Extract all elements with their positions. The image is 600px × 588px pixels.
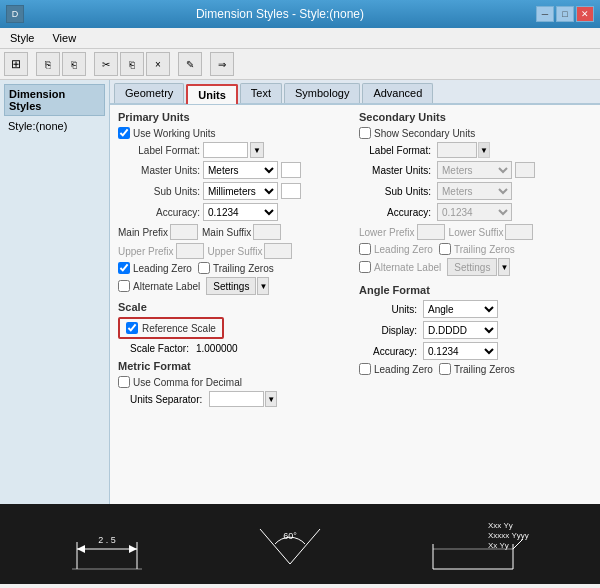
units-separator-dropdown[interactable]: ▼ [265,391,277,407]
tab-geometry[interactable]: Geometry [114,83,184,103]
toolbar-new-btn[interactable]: ⎘ [36,52,60,76]
trailing-zeros-checkbox[interactable] [198,262,210,274]
use-comma-checkbox[interactable] [118,376,130,388]
sec-label-format-dropdown[interactable]: ▼ [478,142,490,158]
master-units-select[interactable]: Meters [203,161,278,179]
show-secondary-row: Show Secondary Units [359,127,592,139]
sec-master-units-row: Master Units: Meters [359,161,592,179]
upper-suffix-input[interactable] [264,243,292,259]
leading-zero-checkbox[interactable] [118,262,130,274]
upper-prefix-label: Upper Prefix [118,246,174,257]
sub-units-label: Sub Units: [130,186,200,197]
svg-text:60°: 60° [283,531,297,541]
angle-display-label: Display: [359,325,417,336]
units-separator-input[interactable]: 1234.56 [209,391,264,407]
sec-leading-zero-checkbox[interactable] [359,243,371,255]
sidebar-heading: Dimension Styles [4,84,105,116]
angle-units-row: Units: Angle [359,300,592,318]
preview-linear: 2 . 5 [67,514,157,574]
use-working-units-label: Use Working Units [133,128,216,139]
main-suffix-label: Main Suffix [202,227,251,238]
preview-angular: 60° [250,514,330,574]
sub-units-select[interactable]: Millimeters [203,182,278,200]
sec-sub-units-label: Sub Units: [359,186,431,197]
reference-scale-box: Reference Scale [118,317,224,339]
sec-master-units-abbr[interactable] [515,162,535,178]
angle-accuracy-select[interactable]: 0.1234 [423,342,498,360]
toolbar-rename-btn[interactable]: ✎ [178,52,202,76]
angle-display-select[interactable]: D.DDDD [423,321,498,339]
use-working-units-checkbox[interactable] [118,127,130,139]
angle-leading-trailing-row: Leading Zero Trailing Zeros [359,363,592,375]
sec-prefix-suffix-row: Lower Prefix Lower Suffix [359,224,592,240]
label-format-input[interactable]: MU [203,142,248,158]
upper-prefix-input[interactable] [176,243,204,259]
sec-alternate-label-label: Alternate Label [374,262,441,273]
sec-sub-units-row: Sub Units: Meters [359,182,592,200]
svg-text:Xx Yy: Xx Yy [488,541,509,550]
sec-alternate-settings-row: Alternate Label Settings ▼ [359,258,592,276]
settings-button[interactable]: Settings [206,277,256,295]
toolbar-copy-btn[interactable]: ⎗ [62,52,86,76]
leading-zero-label: Leading Zero [133,263,192,274]
sec-settings-dropdown[interactable]: ▼ [498,258,510,276]
angle-trailing-zeros-checkbox[interactable] [439,363,451,375]
leading-trailing-row: Leading Zero Trailing Zeros [118,262,351,274]
angle-leading-zero-label: Leading Zero [374,364,433,375]
use-comma-row: Use Comma for Decimal [118,376,351,388]
toolbar-delete-btn[interactable]: × [146,52,170,76]
sec-master-units-select[interactable]: Meters [437,161,512,179]
alternate-label-checkbox[interactable] [118,280,130,292]
settings-dropdown-arrow[interactable]: ▼ [257,277,269,295]
sec-trailing-zeros-group: Trailing Zeros [439,243,515,255]
angle-trailing-zeros-group: Trailing Zeros [439,363,515,375]
tab-text[interactable]: Text [240,83,282,103]
lower-prefix-label: Lower Prefix [359,227,415,238]
svg-text:Xxxxx Yyyy: Xxxxx Yyyy [488,531,529,540]
sec-trailing-zeros-checkbox[interactable] [439,243,451,255]
sec-trailing-zeros-label: Trailing Zeros [454,244,515,255]
scale-factor-value: 1.000000 [196,343,238,354]
sec-label-format-input[interactable]: MU [437,142,477,158]
sec-sub-units-select[interactable]: Meters [437,182,512,200]
toolbar-paste-btn[interactable]: ⎗ [120,52,144,76]
accuracy-select[interactable]: 0.1234 [203,203,278,221]
show-secondary-checkbox[interactable] [359,127,371,139]
menu-style[interactable]: Style [4,30,40,46]
sec-accuracy-select[interactable]: 0.1234 [437,203,512,221]
sec-alternate-label-checkbox[interactable] [359,261,371,273]
use-working-units-row: Use Working Units [118,127,351,139]
main-suffix-input[interactable] [253,224,281,240]
reference-scale-checkbox[interactable] [126,322,138,334]
tab-units[interactable]: Units [186,84,238,104]
minimize-button[interactable]: ─ [536,6,554,22]
label-format-dropdown[interactable]: ▼ [250,142,264,158]
units-separator-row: Units Separator: 1234.56 ▼ [130,391,351,407]
master-units-abbr[interactable]: m [281,162,301,178]
lower-prefix-input[interactable] [417,224,445,240]
toolbar: ⊞ ⎘ ⎗ ✂ ⎗ × ✎ ⇒ [0,49,600,80]
tab-symbology[interactable]: Symbology [284,83,360,103]
svg-marker-3 [77,545,85,553]
tab-advanced[interactable]: Advanced [362,83,433,103]
sec-label-format-label: Label Format: [359,145,431,156]
lower-suffix-input[interactable] [505,224,533,240]
sec-accuracy-row: Accuracy: 0.1234 [359,203,592,221]
menu-view[interactable]: View [46,30,82,46]
main-prefix-input[interactable] [170,224,198,240]
toolbar-grid-btn[interactable]: ⊞ [4,52,28,76]
lower-prefix-group: Lower Prefix [359,224,445,240]
main-prefix-group: Main Prefix [118,224,198,240]
upper-suffix-label: Upper Suffix [208,246,263,257]
maximize-button[interactable]: □ [556,6,574,22]
toolbar-import-btn[interactable]: ⇒ [210,52,234,76]
angle-leading-zero-checkbox[interactable] [359,363,371,375]
alternate-label-label: Alternate Label [133,281,200,292]
sec-settings-button[interactable]: Settings [447,258,497,276]
angle-units-select[interactable]: Angle [423,300,498,318]
sidebar-item-style[interactable]: Style:(none) [4,118,105,134]
toolbar-cut-btn[interactable]: ✂ [94,52,118,76]
sub-units-abbr[interactable]: mm [281,183,301,199]
preview-text: Xxx Yy Xxxxx Yyyy Xx Yy [423,514,533,574]
close-button[interactable]: ✕ [576,6,594,22]
